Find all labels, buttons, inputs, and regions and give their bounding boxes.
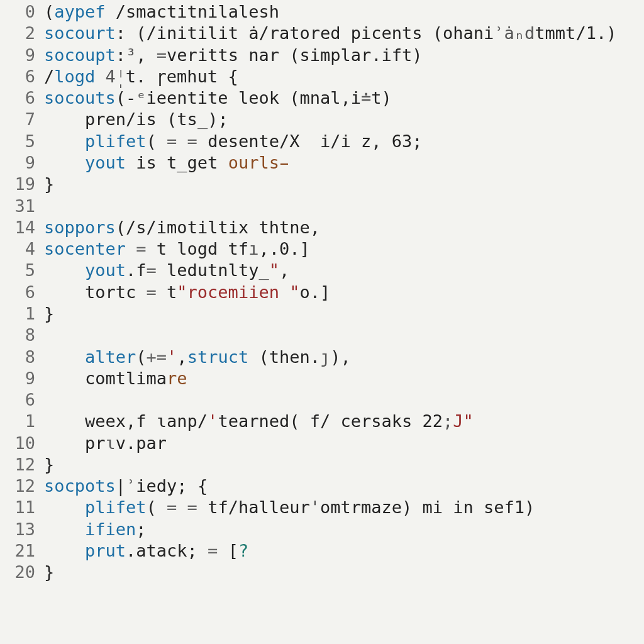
- code-editor[interactable]: 0(aypef /smactitnilalesh2socourt: (/init…: [0, 0, 644, 584]
- code-line[interactable]: 13 ifien;: [3, 519, 644, 540]
- token-grey: ³: [126, 45, 136, 65]
- token-id: f: [299, 411, 320, 431]
- line-number: 6: [3, 389, 44, 411]
- token-str: ': [167, 347, 177, 367]
- code-line[interactable]: 6 tortc = t"rocemiien "o.]: [3, 282, 644, 303]
- code-line[interactable]: 8 alter(+=',struct (then.ȷ),: [3, 347, 644, 368]
- token-id: tmmt: [535, 23, 575, 43]
- token-slash: /: [320, 411, 330, 431]
- token-id: t: [371, 88, 381, 108]
- line-number: 9: [3, 152, 44, 174]
- token-par: {: [197, 476, 208, 496]
- code-line[interactable]: 20}: [3, 562, 644, 583]
- code-content[interactable]: weex,f ɩanp/'tearned( f/ cersaks 22;J": [44, 411, 644, 432]
- code-line[interactable]: 0(aypef /smactitnilalesh: [3, 1, 644, 23]
- token-id: desente: [208, 131, 279, 151]
- code-line[interactable]: 4socenter = t logd tfı,.0.]: [3, 238, 644, 260]
- token-id: comtlima: [44, 369, 167, 388]
- token-slash: /: [279, 131, 289, 151]
- code-line[interactable]: 5 yout.f= ledutnlty_",: [3, 260, 644, 281]
- token-grey: _: [258, 260, 269, 280]
- token-slash: /: [116, 2, 126, 21]
- code-content[interactable]: socenter = t logd tfı,.0.]: [44, 238, 644, 260]
- code-content[interactable]: }: [44, 562, 644, 583]
- token-grey: ': [310, 497, 320, 517]
- token-par: (: [289, 45, 299, 65]
- token-id: [44, 153, 85, 172]
- token-str: J": [453, 411, 474, 431]
- line-number: 8: [3, 347, 44, 368]
- code-line[interactable]: 21 prut.atack; = [?: [3, 540, 644, 562]
- token-par: ,: [136, 45, 157, 65]
- code-content[interactable]: plifet( = = tf/halleur'omtrmaze) mi in s…: [44, 497, 644, 518]
- token-id: ieentite leok: [147, 88, 290, 108]
- token-op: +=: [147, 347, 167, 367]
- token-par: ): [402, 497, 423, 517]
- code-content[interactable]: yout.f= ledutnlty_",: [44, 260, 644, 281]
- token-grey: ʾ: [126, 476, 136, 496]
- code-line[interactable]: 6socouts(-ᵉieentite leok (mnal,i≐t): [3, 87, 644, 109]
- token-kw: aypef: [54, 2, 116, 21]
- code-content[interactable]: socouts(-ᵉieentite leok (mnal,i≐t): [44, 87, 644, 109]
- code-content[interactable]: plifet( = = desente/X i/i z, 63;: [44, 131, 644, 152]
- code-line[interactable]: 2socourt: (/initilit ȧ/ratored picents (…: [3, 23, 644, 44]
- code-content[interactable]: comtlimare: [44, 368, 644, 389]
- code-content[interactable]: alter(+=',struct (then.ȷ),: [44, 347, 644, 368]
- code-line[interactable]: 12}: [3, 454, 644, 475]
- code-content[interactable]: }: [44, 303, 644, 325]
- code-content[interactable]: prɩv.par: [44, 433, 644, 454]
- token-par: ),: [330, 347, 351, 367]
- code-line[interactable]: 9 yout is t_get ourls̵: [3, 152, 644, 174]
- line-number: 11: [3, 497, 44, 518]
- code-line[interactable]: 1 weex,f ɩanp/'tearned( f/ cersaks 22;J": [3, 411, 644, 432]
- code-content[interactable]: /logd 4̩ᛌt. ɼemhut {: [44, 66, 644, 87]
- code-content[interactable]: pren/is (ts_);: [44, 109, 644, 130]
- token-par: ): [382, 88, 392, 108]
- token-id: [44, 347, 85, 367]
- code-line[interactable]: 19}: [3, 174, 644, 195]
- token-slash: /: [147, 23, 157, 43]
- token-par: (: [167, 109, 177, 129]
- code-line[interactable]: 6: [3, 389, 644, 411]
- code-line[interactable]: 8: [3, 325, 644, 346]
- code-content[interactable]: }: [44, 174, 644, 195]
- line-number: 31: [3, 196, 44, 217]
- token-str: "rocemiien ": [177, 282, 299, 302]
- token-par: }: [44, 455, 54, 474]
- token-par: ,: [177, 347, 187, 367]
- code-line[interactable]: 31: [3, 196, 644, 217]
- token-id: weex,f ɩanp: [44, 411, 197, 431]
- token-slash: /: [575, 23, 586, 43]
- line-number: 1: [3, 303, 44, 325]
- code-line[interactable]: 12socpots|ʾiedy; {: [3, 475, 644, 497]
- code-line[interactable]: 5 plifet( = = desente/X i/i z, 63;: [3, 131, 644, 152]
- token-kw: socouts: [44, 88, 116, 108]
- line-number: 6: [3, 282, 44, 303]
- token-par: }: [44, 304, 54, 323]
- code-line[interactable]: 9 comtlimare: [3, 368, 644, 389]
- code-content[interactable]: socourt: (/initilit ȧ/ratored picents (o…: [44, 23, 644, 44]
- code-content[interactable]: tortc = t"rocemiien "o.]: [44, 282, 644, 303]
- code-content[interactable]: }: [44, 454, 644, 475]
- code-content[interactable]: (aypef /smactitnilalesh: [44, 1, 644, 23]
- token-id: smactitnilalesh: [126, 2, 279, 21]
- code-content[interactable]: ifien;: [44, 519, 644, 540]
- token-id: ratored picents: [269, 23, 433, 43]
- code-content[interactable]: yout is t_get ourls̵: [44, 152, 644, 174]
- code-line[interactable]: 6/logd 4̩ᛌt. ɼemhut {: [3, 66, 644, 87]
- code-line[interactable]: 10 prɩv.par: [3, 433, 644, 454]
- code-line[interactable]: 1}: [3, 303, 644, 325]
- code-content[interactable]: prut.atack; = [?: [44, 540, 644, 562]
- code-line[interactable]: 7 pren/is (ts_);: [3, 109, 644, 130]
- token-id: tearned: [218, 411, 289, 431]
- code-content[interactable]: soppors(/s/imotiltix thtne,: [44, 217, 644, 238]
- code-line[interactable]: 14soppors(/s/imotiltix thtne,: [3, 217, 644, 238]
- token-kw: logd: [54, 67, 105, 86]
- code-content[interactable]: socoupt:³, =veritts nar (simplar.ift): [44, 45, 644, 66]
- code-line[interactable]: 9socoupt:³, =veritts nar (simplar.ift): [3, 45, 644, 66]
- code-content[interactable]: socpots|ʾiedy; {: [44, 475, 644, 497]
- code-line[interactable]: 11 plifet( = = tf/halleur'omtrmaze) mi i…: [3, 497, 644, 518]
- line-number: 1: [3, 411, 44, 432]
- token-id: [44, 541, 85, 560]
- token-par: (: [147, 497, 167, 517]
